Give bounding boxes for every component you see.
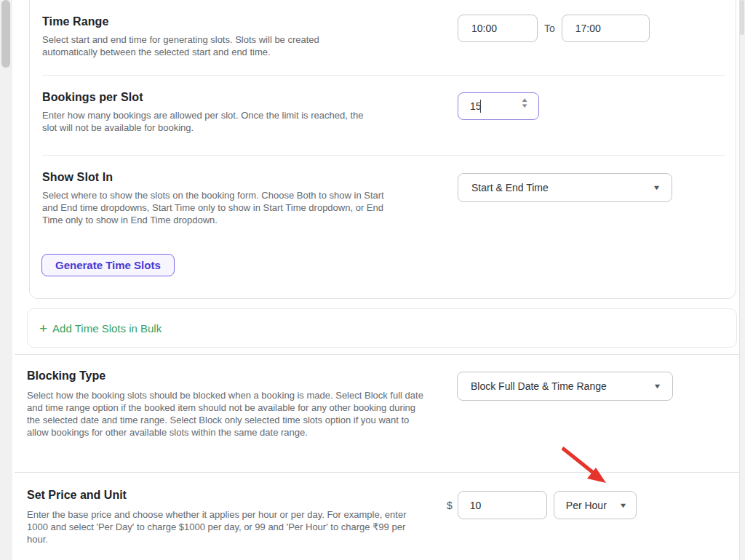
- chevron-down-icon: ▼: [618, 502, 627, 509]
- blocking-type-controls: Block Full Date & Time Range ▼: [457, 372, 673, 401]
- right-scrollbar-thumb[interactable]: [740, 0, 744, 35]
- section-show-slot-in: Show Slot In Select where to show the sl…: [42, 171, 384, 226]
- show-slot-in-select[interactable]: Start & End Time ▼: [458, 173, 672, 202]
- add-time-slots-bulk-link[interactable]: + Add Time Slots in Bulk: [39, 321, 162, 335]
- section-set-price-unit: Set Price and Unit Enter the base price …: [27, 489, 429, 545]
- bulk-add-card: + Add Time Slots in Bulk: [27, 308, 737, 348]
- bookings-per-slot-description: Enter how many bookings are allowed per …: [42, 109, 377, 134]
- time-slots-settings-card: Time Range Select start and end time for…: [29, 0, 736, 299]
- add-time-slots-bulk-label: Add Time Slots in Bulk: [52, 322, 162, 335]
- section-bookings-per-slot: Bookings per Slot Enter how many booking…: [42, 91, 377, 134]
- chevron-down-icon: ▼: [653, 184, 661, 191]
- show-slot-in-selected-value: Start & End Time: [471, 182, 549, 193]
- annotation-arrow-icon: [549, 436, 622, 495]
- row-divider: [42, 155, 725, 156]
- price-unit-selected-value: Per Hour: [566, 500, 607, 511]
- spinner-down-icon[interactable]: ▼: [520, 103, 528, 109]
- show-slot-in-controls: Start & End Time ▼: [458, 173, 672, 202]
- section-time-range: Time Range Select start and end time for…: [42, 15, 377, 58]
- price-input[interactable]: [458, 491, 547, 519]
- set-price-unit-title: Set Price and Unit: [27, 489, 429, 502]
- show-slot-in-description: Select where to show the slots on the bo…: [42, 189, 384, 226]
- plus-icon: +: [39, 321, 47, 335]
- blocking-type-select[interactable]: Block Full Date & Time Range ▼: [457, 372, 673, 401]
- currency-symbol: $: [447, 500, 453, 511]
- bookings-per-slot-controls: ▲ ▼: [458, 92, 539, 120]
- right-scrollbar-track: [739, 0, 745, 560]
- show-slot-in-title: Show Slot In: [42, 171, 384, 184]
- blocking-type-description: Select how the booking slots should be b…: [27, 389, 429, 439]
- row-divider: [42, 75, 725, 76]
- bookings-per-slot-title: Bookings per Slot: [42, 91, 377, 104]
- chevron-down-icon: ▼: [653, 383, 662, 390]
- left-scrollbar-track: [0, 0, 12, 560]
- text-cursor: [480, 100, 481, 113]
- time-range-controls: To: [458, 15, 650, 42]
- price-controls: $ Per Hour ▼: [447, 491, 637, 519]
- section-blocking-type: Blocking Type Select how the booking slo…: [27, 369, 429, 439]
- blocking-type-selected-value: Block Full Date & Time Range: [471, 380, 607, 392]
- blocking-type-title: Blocking Type: [27, 369, 429, 383]
- left-scrollbar-thumb[interactable]: [1, 0, 10, 68]
- set-price-unit-description: Enter the base price and choose whether …: [27, 508, 429, 545]
- to-label: To: [544, 23, 555, 34]
- end-time-input[interactable]: [562, 15, 650, 42]
- section-divider: [15, 354, 739, 355]
- number-spinner[interactable]: ▲ ▼: [522, 97, 527, 109]
- start-time-input[interactable]: [458, 15, 538, 42]
- time-range-description: Select start and end time for generating…: [42, 33, 377, 58]
- section-divider: [15, 472, 739, 473]
- bookings-number-field: ▲ ▼: [458, 92, 539, 120]
- booking-settings-page: Time Range Select start and end time for…: [0, 0, 745, 560]
- generate-time-slots-button[interactable]: Generate Time Slots: [41, 254, 175, 276]
- time-range-title: Time Range: [42, 15, 377, 28]
- price-unit-select[interactable]: Per Hour ▼: [554, 491, 637, 519]
